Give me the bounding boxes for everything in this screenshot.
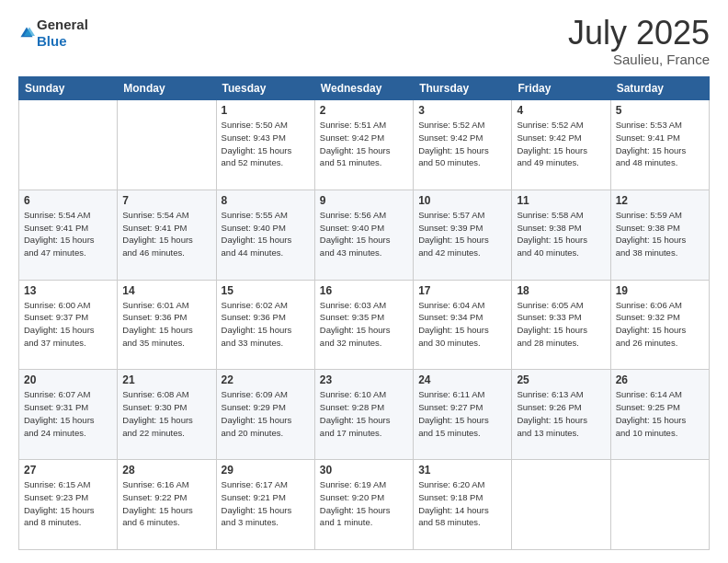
day-number: 28: [122, 464, 210, 477]
col-thursday: Thursday: [414, 77, 512, 100]
day-number: 13: [24, 284, 112, 297]
day-number: 24: [418, 373, 506, 386]
table-row: 20Sunrise: 6:07 AM Sunset: 9:31 PM Dayli…: [19, 370, 118, 460]
day-info: Sunrise: 6:02 AM Sunset: 9:36 PM Dayligh…: [222, 299, 310, 350]
day-number: 11: [517, 194, 605, 207]
day-info: Sunrise: 6:03 AM Sunset: 9:35 PM Dayligh…: [320, 299, 408, 350]
day-info: Sunrise: 5:56 AM Sunset: 9:40 PM Dayligh…: [320, 209, 408, 259]
calendar-week-row: 27Sunrise: 6:15 AM Sunset: 9:23 PM Dayli…: [19, 460, 710, 550]
day-info: Sunrise: 6:10 AM Sunset: 9:28 PM Dayligh…: [320, 388, 408, 439]
day-info: Sunrise: 6:09 AM Sunset: 9:29 PM Dayligh…: [222, 388, 310, 439]
logo-text-blue: Blue: [37, 33, 67, 49]
table-row: 5Sunrise: 5:53 AM Sunset: 9:41 PM Daylig…: [610, 100, 709, 190]
table-row: [118, 100, 216, 190]
table-row: 28Sunrise: 6:16 AM Sunset: 9:22 PM Dayli…: [118, 460, 216, 550]
day-info: Sunrise: 6:08 AM Sunset: 9:30 PM Dayligh…: [122, 388, 210, 439]
table-row: 19Sunrise: 6:06 AM Sunset: 9:32 PM Dayli…: [610, 280, 709, 370]
calendar-table: Sunday Monday Tuesday Wednesday Thursday…: [18, 76, 710, 550]
col-sunday: Sunday: [19, 77, 118, 100]
header: General Blue July 2025 Saulieu, France: [18, 17, 710, 67]
day-info: Sunrise: 6:00 AM Sunset: 9:37 PM Dayligh…: [24, 299, 112, 350]
table-row: 30Sunrise: 6:19 AM Sunset: 9:20 PM Dayli…: [314, 460, 413, 550]
table-row: 13Sunrise: 6:00 AM Sunset: 9:37 PM Dayli…: [19, 280, 118, 370]
day-info: Sunrise: 6:13 AM Sunset: 9:26 PM Dayligh…: [517, 388, 605, 439]
calendar-week-row: 6Sunrise: 5:54 AM Sunset: 9:41 PM Daylig…: [19, 190, 710, 280]
table-row: 27Sunrise: 6:15 AM Sunset: 9:23 PM Dayli…: [19, 460, 118, 550]
day-number: 15: [222, 284, 310, 297]
col-saturday: Saturday: [610, 77, 709, 100]
table-row: 22Sunrise: 6:09 AM Sunset: 9:29 PM Dayli…: [216, 370, 314, 460]
table-row: 11Sunrise: 5:58 AM Sunset: 9:38 PM Dayli…: [512, 190, 610, 280]
day-info: Sunrise: 6:11 AM Sunset: 9:27 PM Dayligh…: [418, 388, 506, 439]
day-info: Sunrise: 5:58 AM Sunset: 9:38 PM Dayligh…: [517, 209, 605, 259]
month-title: July 2025: [568, 17, 710, 50]
page: General Blue July 2025 Saulieu, France S…: [0, 0, 728, 563]
day-info: Sunrise: 6:01 AM Sunset: 9:36 PM Dayligh…: [122, 299, 210, 350]
day-info: Sunrise: 6:04 AM Sunset: 9:34 PM Dayligh…: [418, 299, 506, 350]
day-number: 27: [24, 464, 112, 477]
day-info: Sunrise: 6:17 AM Sunset: 9:21 PM Dayligh…: [222, 478, 310, 529]
table-row: 17Sunrise: 6:04 AM Sunset: 9:34 PM Dayli…: [414, 280, 512, 370]
day-number: 4: [517, 104, 605, 117]
table-row: 12Sunrise: 5:59 AM Sunset: 9:38 PM Dayli…: [610, 190, 709, 280]
day-number: 7: [122, 194, 210, 207]
logo: General Blue: [18, 17, 88, 50]
day-number: 9: [320, 194, 408, 207]
day-number: 26: [616, 373, 704, 386]
table-row: 29Sunrise: 6:17 AM Sunset: 9:21 PM Dayli…: [216, 460, 314, 550]
col-tuesday: Tuesday: [216, 77, 314, 100]
day-info: Sunrise: 6:15 AM Sunset: 9:23 PM Dayligh…: [24, 478, 112, 529]
table-row: 14Sunrise: 6:01 AM Sunset: 9:36 PM Dayli…: [118, 280, 216, 370]
table-row: [19, 100, 118, 190]
day-info: Sunrise: 5:53 AM Sunset: 9:41 PM Dayligh…: [616, 119, 704, 169]
day-number: 23: [320, 373, 408, 386]
day-number: 8: [222, 194, 310, 207]
day-number: 30: [320, 464, 408, 477]
logo-icon: [18, 25, 35, 41]
day-info: Sunrise: 6:16 AM Sunset: 9:22 PM Dayligh…: [122, 478, 210, 529]
col-monday: Monday: [118, 77, 216, 100]
logo-text-general: General: [37, 17, 88, 32]
day-info: Sunrise: 5:54 AM Sunset: 9:41 PM Dayligh…: [24, 209, 112, 259]
location: Saulieu, France: [568, 52, 710, 67]
day-info: Sunrise: 5:57 AM Sunset: 9:39 PM Dayligh…: [418, 209, 506, 259]
calendar-header-row: Sunday Monday Tuesday Wednesday Thursday…: [19, 77, 710, 100]
day-number: 25: [517, 373, 605, 386]
day-number: 5: [616, 104, 704, 117]
day-number: 1: [222, 104, 310, 117]
table-row: 7Sunrise: 5:54 AM Sunset: 9:41 PM Daylig…: [118, 190, 216, 280]
day-info: Sunrise: 5:59 AM Sunset: 9:38 PM Dayligh…: [616, 209, 704, 259]
day-info: Sunrise: 5:51 AM Sunset: 9:42 PM Dayligh…: [320, 119, 408, 169]
table-row: 3Sunrise: 5:52 AM Sunset: 9:42 PM Daylig…: [414, 100, 512, 190]
day-info: Sunrise: 6:06 AM Sunset: 9:32 PM Dayligh…: [616, 299, 704, 350]
day-number: 18: [517, 284, 605, 297]
table-row: 18Sunrise: 6:05 AM Sunset: 9:33 PM Dayli…: [512, 280, 610, 370]
day-info: Sunrise: 6:20 AM Sunset: 9:18 PM Dayligh…: [418, 478, 506, 529]
day-number: 20: [24, 373, 112, 386]
day-number: 3: [418, 104, 506, 117]
table-row: 24Sunrise: 6:11 AM Sunset: 9:27 PM Dayli…: [414, 370, 512, 460]
table-row: 23Sunrise: 6:10 AM Sunset: 9:28 PM Dayli…: [314, 370, 413, 460]
table-row: 10Sunrise: 5:57 AM Sunset: 9:39 PM Dayli…: [414, 190, 512, 280]
table-row: 15Sunrise: 6:02 AM Sunset: 9:36 PM Dayli…: [216, 280, 314, 370]
day-info: Sunrise: 6:07 AM Sunset: 9:31 PM Dayligh…: [24, 388, 112, 439]
table-row: 9Sunrise: 5:56 AM Sunset: 9:40 PM Daylig…: [314, 190, 413, 280]
table-row: 21Sunrise: 6:08 AM Sunset: 9:30 PM Dayli…: [118, 370, 216, 460]
day-number: 12: [616, 194, 704, 207]
day-number: 31: [418, 464, 506, 477]
table-row: 4Sunrise: 5:52 AM Sunset: 9:42 PM Daylig…: [512, 100, 610, 190]
day-info: Sunrise: 6:19 AM Sunset: 9:20 PM Dayligh…: [320, 478, 408, 529]
table-row: 16Sunrise: 6:03 AM Sunset: 9:35 PM Dayli…: [314, 280, 413, 370]
day-info: Sunrise: 5:50 AM Sunset: 9:43 PM Dayligh…: [222, 119, 310, 169]
day-number: 29: [222, 464, 310, 477]
day-info: Sunrise: 5:52 AM Sunset: 9:42 PM Dayligh…: [418, 119, 506, 169]
table-row: 25Sunrise: 6:13 AM Sunset: 9:26 PM Dayli…: [512, 370, 610, 460]
day-number: 2: [320, 104, 408, 117]
day-number: 14: [122, 284, 210, 297]
day-number: 6: [24, 194, 112, 207]
table-row: [512, 460, 610, 550]
day-number: 22: [222, 373, 310, 386]
table-row: 31Sunrise: 6:20 AM Sunset: 9:18 PM Dayli…: [414, 460, 512, 550]
day-info: Sunrise: 5:54 AM Sunset: 9:41 PM Dayligh…: [122, 209, 210, 259]
day-number: 19: [616, 284, 704, 297]
